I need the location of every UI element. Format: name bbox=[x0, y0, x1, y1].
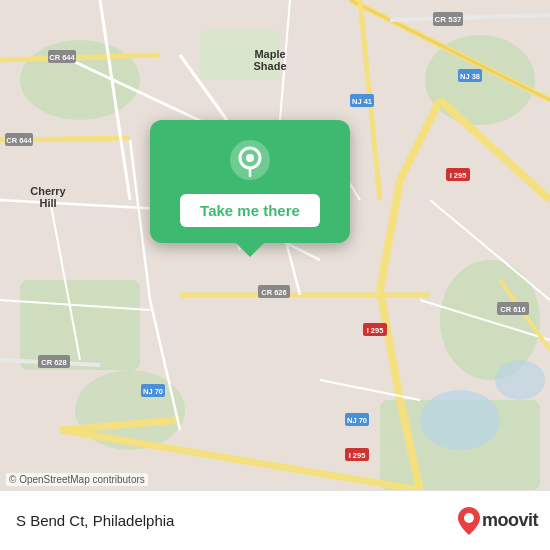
svg-text:CR 626: CR 626 bbox=[261, 288, 286, 297]
popup-card: Take me there bbox=[150, 120, 350, 243]
map-svg: CR 537 CR 644 CR 644 NJ 41 NJ 38 I 295 I… bbox=[0, 0, 550, 490]
svg-text:Maple: Maple bbox=[254, 48, 285, 60]
svg-text:CR 644: CR 644 bbox=[49, 53, 75, 62]
svg-text:NJ 70: NJ 70 bbox=[143, 387, 163, 396]
moovit-logo: moovit bbox=[458, 507, 538, 535]
map-container: CR 537 CR 644 CR 644 NJ 41 NJ 38 I 295 I… bbox=[0, 0, 550, 490]
svg-text:NJ 41: NJ 41 bbox=[352, 97, 372, 106]
svg-text:I 295: I 295 bbox=[450, 171, 467, 180]
svg-text:Hill: Hill bbox=[39, 197, 56, 209]
location-pin-icon bbox=[228, 138, 272, 182]
svg-point-76 bbox=[464, 513, 474, 523]
map-attribution: © OpenStreetMap contributors bbox=[6, 473, 148, 486]
svg-text:CR 644: CR 644 bbox=[6, 136, 32, 145]
bottom-bar: S Bend Ct, Philadelphia moovit bbox=[0, 490, 550, 550]
svg-text:I 295: I 295 bbox=[367, 326, 384, 335]
svg-text:CR 537: CR 537 bbox=[434, 15, 462, 24]
take-me-there-button[interactable]: Take me there bbox=[180, 194, 320, 227]
address-label: S Bend Ct, Philadelphia bbox=[16, 512, 174, 529]
svg-text:CR 628: CR 628 bbox=[41, 358, 66, 367]
svg-text:NJ 38: NJ 38 bbox=[460, 72, 480, 81]
svg-text:I 295: I 295 bbox=[349, 451, 366, 460]
svg-point-74 bbox=[246, 154, 254, 162]
svg-point-1 bbox=[20, 40, 140, 120]
svg-text:Shade: Shade bbox=[253, 60, 286, 72]
svg-point-8 bbox=[420, 390, 500, 450]
moovit-brand-text: moovit bbox=[482, 510, 538, 531]
svg-text:CR 616: CR 616 bbox=[500, 305, 525, 314]
svg-text:Cherry: Cherry bbox=[30, 185, 66, 197]
svg-point-9 bbox=[495, 360, 545, 400]
svg-text:NJ 70: NJ 70 bbox=[347, 416, 367, 425]
moovit-pin-icon bbox=[458, 507, 480, 535]
